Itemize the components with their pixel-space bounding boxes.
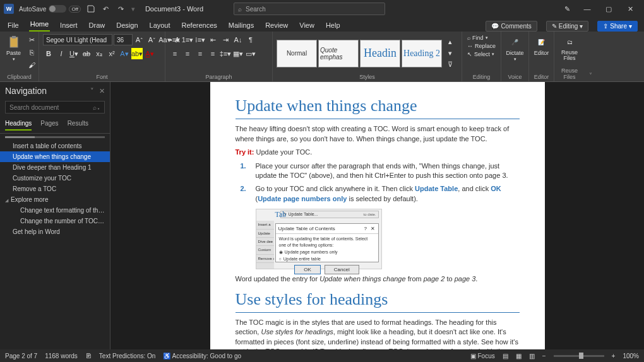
nav-item[interactable]: Customize your TOC: [0, 173, 110, 184]
undo-icon[interactable]: ↶: [101, 4, 111, 14]
toggle-pill-icon[interactable]: [49, 5, 66, 13]
show-marks-icon[interactable]: ¶: [245, 34, 256, 45]
minimize-button[interactable]: —: [577, 3, 597, 15]
redo-icon[interactable]: ↷: [116, 4, 126, 14]
dictate-button[interactable]: 🎤 Dictate▾: [504, 34, 527, 63]
nav-search-input[interactable]: Search document ⌕▾: [5, 101, 105, 114]
nav-item[interactable]: Get help in Word: [0, 226, 110, 237]
body-text[interactable]: The heavy lifting doesn't stop with crea…: [236, 124, 520, 144]
comments-button[interactable]: 💬Comments: [486, 21, 537, 32]
search-input[interactable]: ⌕ Search: [234, 3, 385, 15]
italic-button[interactable]: I: [56, 48, 67, 59]
nav-item[interactable]: Dive deeper than Heading 1: [0, 162, 110, 173]
maximize-button[interactable]: ▢: [599, 3, 619, 15]
style-normal[interactable]: Normal: [277, 40, 317, 67]
autosave-toggle[interactable]: AutoSave Off: [19, 5, 81, 13]
align-center-icon[interactable]: ≡: [182, 48, 193, 59]
close-button[interactable]: ✕: [620, 3, 640, 15]
zoom-level[interactable]: 100%: [623, 353, 639, 359]
view-print-icon[interactable]: ▦: [516, 353, 522, 359]
tab-file[interactable]: File: [6, 20, 20, 32]
heading-1[interactable]: Use styles for headings: [236, 288, 520, 313]
copy-icon[interactable]: ⎘: [26, 47, 37, 58]
nav-tab-headings[interactable]: Headings: [5, 120, 32, 131]
find-button[interactable]: ⌕Find▾: [466, 34, 497, 42]
styles-down-icon[interactable]: ▾: [444, 48, 456, 59]
nav-item[interactable]: Explore more: [0, 194, 110, 205]
shading-icon[interactable]: ▦▾: [232, 48, 244, 59]
font-name-select[interactable]: [43, 34, 112, 45]
page-indicator[interactable]: Page 2 of 7: [5, 353, 37, 359]
search-dropdown-icon[interactable]: ⌕▾: [93, 104, 100, 111]
nav-item[interactable]: Change text formatting of the TO...: [0, 205, 110, 216]
zoom-out-icon[interactable]: −: [542, 353, 546, 359]
accessibility-status[interactable]: ♿ Accessibility: Good to go: [163, 353, 241, 359]
tryit-line[interactable]: Try it: Update your TOC.: [236, 148, 520, 157]
styles-more-icon[interactable]: ⊽: [444, 59, 456, 71]
heading-1[interactable]: Update when things change: [236, 95, 520, 119]
numbering-icon[interactable]: 1≡▾: [182, 34, 193, 45]
editor-button[interactable]: 📝 Editor: [532, 34, 552, 57]
tab-review[interactable]: Review: [264, 20, 289, 32]
style-heading2[interactable]: Heading 2: [402, 40, 442, 67]
increase-indent-icon[interactable]: ⇥: [220, 34, 231, 45]
reuse-files-button[interactable]: 🗂 Reuse Files: [558, 34, 581, 62]
document-area[interactable]: Update when things change The heavy lift…: [110, 82, 644, 349]
bullets-icon[interactable]: •≡▾: [169, 34, 181, 45]
tab-mailings[interactable]: Mailings: [227, 20, 255, 32]
nav-tab-pages[interactable]: Pages: [40, 120, 58, 131]
tab-layout[interactable]: Layout: [148, 20, 172, 32]
save-icon[interactable]: [86, 4, 96, 14]
list-item[interactable]: Go to your TOC and click anywhere in it.…: [251, 184, 520, 204]
justify-icon[interactable]: ≡: [207, 48, 218, 59]
strike-button[interactable]: ab: [81, 48, 92, 59]
tab-design[interactable]: Design: [115, 20, 139, 32]
cut-icon[interactable]: ✂: [26, 34, 37, 45]
language-icon[interactable]: 🖹: [85, 353, 92, 359]
align-left-icon[interactable]: ≡: [169, 48, 181, 59]
select-button[interactable]: ↖Select▾: [466, 50, 497, 58]
focus-mode[interactable]: ▣ Focus: [470, 353, 495, 359]
tab-insert[interactable]: Insert: [59, 20, 79, 32]
underline-button[interactable]: U▾: [68, 48, 80, 59]
tab-draw[interactable]: Draw: [88, 20, 107, 32]
tab-help[interactable]: Help: [325, 20, 342, 32]
word-count[interactable]: 1168 words: [45, 353, 78, 359]
nav-close-icon[interactable]: ✕: [99, 87, 105, 95]
borders-icon[interactable]: ▭▾: [245, 48, 256, 59]
nav-chevron-icon[interactable]: ˅: [90, 87, 94, 95]
style-heading1[interactable]: Headin: [360, 40, 400, 67]
sort-icon[interactable]: A↓: [232, 34, 244, 45]
styles-gallery[interactable]: Normal Quote emphas Headin Heading 2: [277, 40, 442, 67]
paste-button[interactable]: Paste ▾: [4, 34, 23, 63]
multilevel-icon[interactable]: ⁞≡▾: [194, 34, 206, 45]
grow-font-icon[interactable]: A˄: [134, 34, 145, 45]
tab-references[interactable]: References: [181, 20, 218, 32]
tab-view[interactable]: View: [298, 20, 316, 32]
align-right-icon[interactable]: ≡: [194, 48, 206, 59]
text-effects-icon[interactable]: A▾: [119, 48, 130, 59]
text-predictions[interactable]: Text Predictions: On: [99, 353, 155, 359]
nav-item[interactable]: Insert a table of contents: [0, 141, 110, 151]
line-spacing-icon[interactable]: ‡≡▾: [220, 48, 231, 59]
font-color-icon[interactable]: A▾: [144, 48, 155, 59]
subscript-button[interactable]: x₂: [93, 48, 105, 59]
body-text[interactable]: The TOC magic is in the styles that are …: [236, 318, 520, 349]
editing-mode-button[interactable]: ✎Editing▾: [546, 21, 589, 32]
highlight-icon[interactable]: ab▾: [131, 48, 143, 59]
share-button[interactable]: ⇪Share▾: [597, 21, 638, 32]
list-item[interactable]: Place your cursor after the paragraph th…: [251, 161, 520, 181]
superscript-button[interactable]: x²: [106, 48, 117, 59]
bold-button[interactable]: B: [43, 48, 54, 59]
font-size-select[interactable]: [114, 34, 133, 45]
nav-item[interactable]: Update when things change: [0, 151, 110, 162]
replace-button[interactable]: ↔Replace: [466, 42, 497, 50]
view-web-icon[interactable]: ▥: [529, 353, 535, 359]
collapse-ribbon-icon[interactable]: ˅: [589, 72, 592, 79]
styles-up-icon[interactable]: ▴: [444, 37, 456, 48]
nav-item[interactable]: Remove a TOC: [0, 184, 110, 194]
decrease-indent-icon[interactable]: ⇤: [207, 34, 218, 45]
view-read-icon[interactable]: ▤: [503, 353, 508, 359]
zoom-slider[interactable]: [554, 355, 604, 357]
nav-item[interactable]: Change the number of TOC levels: [0, 216, 110, 226]
